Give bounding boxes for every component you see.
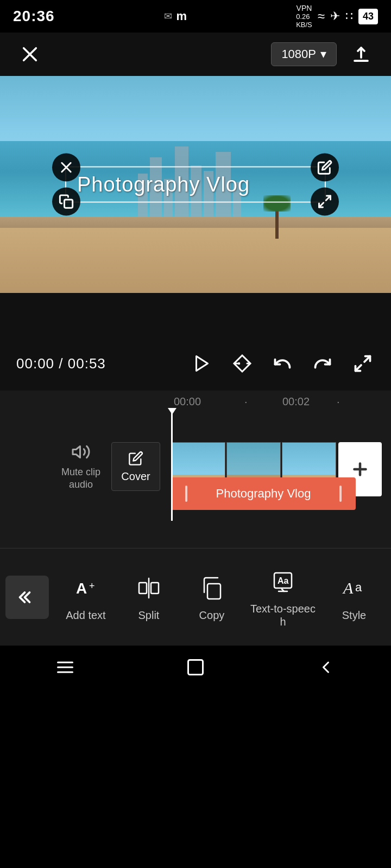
sand-layer [0, 228, 391, 293]
controls-bar: 00:00 / 00:53 [0, 336, 391, 391]
m-icon: m [176, 9, 187, 23]
status-right-icons: VPN 0.26KB/S ≈ ✈ ∷ 43 [296, 4, 378, 29]
resolution-arrow: ▾ [320, 47, 326, 61]
svg-rect-34 [188, 660, 203, 675]
android-menu-button[interactable] [49, 651, 81, 684]
svg-marker-9 [197, 356, 208, 371]
ruler-mark-0: 00:00 [174, 395, 201, 408]
mute-label: Mute clipaudio [61, 466, 100, 492]
export-button[interactable] [348, 41, 375, 68]
playback-controls [190, 352, 375, 375]
split-label: Split [138, 609, 160, 622]
time-separator: / [59, 355, 67, 372]
top-toolbar: 1080P ▾ [0, 33, 391, 76]
redo-button[interactable] [311, 352, 335, 375]
copy-button[interactable]: Copy [187, 573, 236, 622]
mid-spacer [0, 293, 391, 336]
svg-rect-24 [207, 584, 220, 599]
top-right-controls: 1080P ▾ [271, 41, 375, 68]
style-icon: A a [339, 573, 369, 603]
timeline-tracks: Mute clipaudio Cover [0, 412, 391, 521]
speed-value: 0.26KB/S [296, 12, 312, 29]
status-mid-icons: ✉ m [164, 9, 187, 23]
keyframe-button[interactable] [230, 352, 254, 375]
text-to-speech-button[interactable]: Aa Text-to-speech [250, 566, 316, 628]
resize-text-button[interactable] [311, 188, 339, 216]
edit-text-button[interactable] [311, 154, 339, 182]
text-track-clip[interactable]: Photography Vlog [171, 477, 356, 510]
timeline-ruler: 00:00 · 00:02 · [0, 391, 391, 412]
toolbar-items: A + Add text Split [54, 566, 386, 628]
bottom-toolbar: A + Add text Split [0, 548, 391, 646]
back-to-menu-button[interactable] [5, 576, 49, 619]
wifi-icon: ≈ [318, 9, 325, 24]
total-time: 00:53 [68, 355, 106, 372]
style-button[interactable]: A a Style [330, 573, 379, 622]
track-handle-right[interactable] [336, 477, 345, 510]
add-text-button[interactable]: A + Add text [61, 573, 110, 622]
play-button[interactable] [190, 352, 214, 375]
message-icon: ✉ [164, 10, 172, 22]
bars-icon: ∷ [345, 9, 353, 23]
split-icon [134, 573, 164, 603]
copy-label: Copy [199, 609, 225, 622]
vpn-label: VPN [297, 4, 312, 12]
track-left-panel: Mute clipaudio Cover [0, 412, 171, 521]
status-time: 20:36 [13, 8, 55, 25]
current-time: 00:00 [16, 355, 54, 372]
android-nav-bar [0, 646, 391, 689]
text-overlay-box: Photography Vlog [65, 167, 326, 203]
text-to-speech-label: Text-to-speech [250, 602, 316, 628]
resolution-label: 1080P [281, 47, 316, 61]
speed-indicator: VPN 0.26KB/S [296, 4, 312, 29]
style-label: Style [342, 609, 366, 622]
add-text-icon: A + [71, 573, 101, 603]
copy-text-button[interactable] [52, 188, 80, 216]
mute-clip-audio-button[interactable]: Mute clipaudio [61, 442, 100, 492]
timeline-area: 00:00 · 00:02 · Mute clipaudio [0, 391, 391, 548]
svg-text:+: + [89, 580, 95, 591]
undo-button[interactable] [270, 352, 294, 375]
svg-rect-22 [139, 583, 147, 593]
track-handle-left[interactable] [182, 477, 191, 510]
text-to-speech-icon: Aa [268, 566, 298, 597]
ruler-mark-dot2: · [337, 395, 340, 408]
svg-rect-6 [65, 200, 73, 208]
android-home-button[interactable] [179, 651, 212, 684]
battery-indicator: 43 [358, 9, 378, 24]
time-display: 00:00 / 00:53 [16, 355, 106, 372]
svg-text:Aa: Aa [278, 576, 289, 585]
delete-text-button[interactable] [52, 154, 80, 182]
text-overlay-label: Photography Vlog [77, 173, 250, 196]
video-track: Photography Vlog [171, 412, 391, 521]
text-track-row: Photography Vlog [171, 477, 391, 510]
svg-rect-23 [151, 583, 159, 593]
fullscreen-button[interactable] [351, 352, 375, 375]
signal-icon: ✈ [330, 9, 340, 23]
close-button[interactable] [16, 41, 43, 68]
svg-text:A: A [76, 580, 87, 597]
text-overlay-container[interactable]: Photography Vlog [65, 167, 326, 203]
status-bar: 20:36 ✉ m VPN 0.26KB/S ≈ ✈ ∷ 43 [0, 0, 391, 33]
text-clip-label: Photography Vlog [191, 487, 336, 501]
split-button[interactable]: Split [124, 573, 173, 622]
copy-icon [197, 573, 227, 603]
android-back-button[interactable] [310, 651, 342, 684]
cover-label: Cover [121, 470, 150, 483]
svg-marker-16 [73, 446, 80, 457]
add-text-label: Add text [66, 609, 105, 622]
ruler-mark-dot1: · [244, 395, 248, 408]
ruler-mark-2: 00:02 [282, 395, 310, 408]
cover-button[interactable]: Cover [111, 442, 160, 491]
resolution-button[interactable]: 1080P ▾ [271, 42, 337, 66]
svg-text:A: A [342, 579, 354, 597]
video-preview: Photography Vlog [0, 76, 391, 293]
svg-text:a: a [355, 580, 362, 594]
